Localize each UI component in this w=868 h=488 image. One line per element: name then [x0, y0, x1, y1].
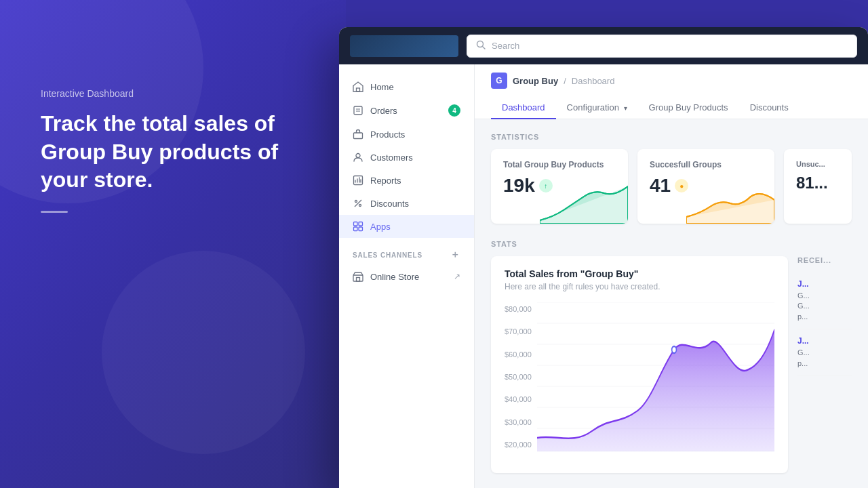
stat-value-1: 19k	[503, 175, 535, 197]
y-label-6: $30,000	[505, 418, 532, 426]
home-icon	[353, 81, 363, 92]
sidebar-item-reports-label: Reports	[370, 176, 401, 186]
breadcrumb-app-name: Group Buy	[513, 76, 558, 86]
svg-rect-6	[354, 133, 363, 139]
app-window: Search Home	[339, 27, 868, 488]
svg-line-1	[483, 47, 486, 49]
sidebar-item-online-store-label: Online Store	[370, 272, 419, 282]
hero-subtitle: Interactive Dashboard	[41, 88, 305, 99]
sidebar-item-customers[interactable]: Customers	[339, 146, 474, 169]
stat-chart-orange	[686, 183, 774, 224]
sidebar-item-customers-label: Customers	[370, 152, 413, 163]
y-label-1: $80,000	[505, 305, 532, 313]
main-content: G Group Buy / Dashboard Dashboard Config…	[475, 64, 868, 488]
breadcrumb-separator: /	[564, 76, 566, 86]
stat-chart-green	[540, 183, 628, 224]
tab-group-buy-products[interactable]: Group Buy Products	[638, 97, 739, 119]
svg-point-7	[356, 154, 360, 158]
stat-card-title-2: Succesfull Groups	[650, 160, 762, 169]
sidebar-item-reports[interactable]: Reports	[339, 169, 474, 192]
config-arrow-icon: ▾	[624, 104, 627, 112]
main-chart-card: Total Sales from "Group Buy" Here are al…	[491, 256, 788, 473]
right-panel-partial: RECEI... J... G...G...p... J... G...p...	[797, 256, 852, 473]
sidebar-item-products-label: Products	[370, 129, 405, 140]
stat-card-title-1: Total Group Buy Products	[503, 160, 616, 169]
stats-section-label: STATS	[491, 240, 852, 248]
y-label-2: $70,000	[505, 327, 532, 336]
stat-value-3: 81...	[796, 174, 828, 192]
sidebar-item-discounts-label: Discounts	[370, 199, 409, 209]
store-icon	[353, 271, 363, 282]
sidebar: Home Orders 4	[339, 64, 475, 488]
sidebar-item-apps[interactable]: Apps	[339, 215, 474, 238]
content-tabs: Dashboard Configuration ▾ Group Buy Prod…	[491, 97, 852, 119]
stat-card-successful: Succesfull Groups 41 ●	[637, 149, 774, 224]
sidebar-item-orders[interactable]: Orders 4	[339, 98, 474, 123]
top-bar: Search	[339, 27, 868, 64]
search-placeholder: Search	[492, 41, 519, 51]
tab-configuration[interactable]: Configuration ▾	[556, 97, 638, 119]
dashboard-body: STATISTICS Total Group Buy Products 19k …	[475, 119, 868, 488]
recent-item-2: J... G...p...	[797, 329, 852, 376]
svg-line-15	[355, 200, 361, 207]
svg-rect-16	[354, 222, 358, 226]
stat-card-total-group-buy: Total Group Buy Products 19k ↑	[491, 149, 628, 224]
svg-rect-19	[359, 227, 363, 231]
recent-item-desc-1: G...G...p...	[797, 291, 852, 322]
hero-background: Interactive Dashboard Track the total sa…	[0, 0, 346, 488]
svg-rect-17	[359, 222, 363, 226]
app-icon: G	[491, 73, 507, 89]
customers-icon	[353, 152, 363, 163]
svg-point-14	[359, 205, 361, 207]
sales-channels-label: SALES CHANNELS	[353, 251, 422, 259]
svg-rect-18	[354, 227, 358, 231]
y-label-5: $40,000	[505, 395, 532, 403]
hero-circle-2	[102, 251, 305, 454]
svg-rect-21	[357, 278, 360, 282]
svg-point-30	[671, 346, 676, 353]
search-icon	[475, 39, 486, 52]
sidebar-item-orders-label: Orders	[370, 106, 397, 116]
add-channel-icon[interactable]: ＋	[450, 249, 460, 261]
stat-value-row-3: 81...	[796, 174, 840, 192]
y-label-3: $60,000	[505, 350, 532, 359]
content-header: G Group Buy / Dashboard Dashboard Config…	[475, 64, 868, 119]
external-link-icon: ↗	[454, 272, 460, 281]
apps-icon	[353, 221, 363, 232]
recent-item-desc-2: G...p...	[797, 348, 852, 369]
recent-item-name-1: J...	[797, 279, 852, 289]
stats-section: Total Sales from "Group Buy" Here are al…	[491, 256, 852, 473]
recent-label: RECEI...	[797, 256, 852, 264]
discounts-icon	[353, 198, 363, 209]
breadcrumb: G Group Buy / Dashboard	[491, 73, 852, 89]
sidebar-item-products[interactable]: Products	[339, 123, 474, 146]
sidebar-item-discounts[interactable]: Discounts	[339, 192, 474, 215]
orders-icon	[353, 105, 363, 116]
hero-content: Interactive Dashboard Track the total sa…	[41, 88, 305, 213]
recent-item-1: J... G...G...p...	[797, 272, 852, 329]
hero-title: Track the total sales of Group Buy produ…	[41, 110, 305, 195]
stat-card-title-3: Unsuc...	[796, 160, 840, 168]
search-bar[interactable]: Search	[467, 35, 857, 58]
reports-icon	[353, 175, 363, 186]
sidebar-item-home[interactable]: Home	[339, 75, 474, 98]
app-logo	[350, 35, 458, 57]
orders-badge: 4	[448, 104, 460, 117]
tab-discounts[interactable]: Discounts	[739, 97, 800, 119]
sidebar-item-apps-label: Apps	[370, 222, 391, 232]
hero-divider	[41, 211, 68, 213]
y-axis: $80,000 $70,000 $60,000 $50,000 $40,000 …	[505, 302, 532, 451]
area-chart	[537, 302, 774, 451]
tab-dashboard[interactable]: Dashboard	[491, 97, 556, 119]
stat-value-2: 41	[650, 175, 671, 197]
chart-subtitle: Here are all the gift rules you have cre…	[505, 282, 774, 291]
sidebar-item-home-label: Home	[370, 82, 394, 92]
app-body: Home Orders 4	[339, 64, 868, 488]
sidebar-item-online-store[interactable]: Online Store ↗	[339, 265, 474, 288]
svg-rect-20	[353, 275, 363, 281]
statistics-section-label: STATISTICS	[491, 133, 852, 141]
products-icon	[353, 129, 363, 140]
svg-rect-3	[354, 106, 362, 115]
y-label-7: $20,000	[505, 441, 532, 449]
stat-card-unsuccessful: Unsuc... 81...	[784, 149, 852, 224]
